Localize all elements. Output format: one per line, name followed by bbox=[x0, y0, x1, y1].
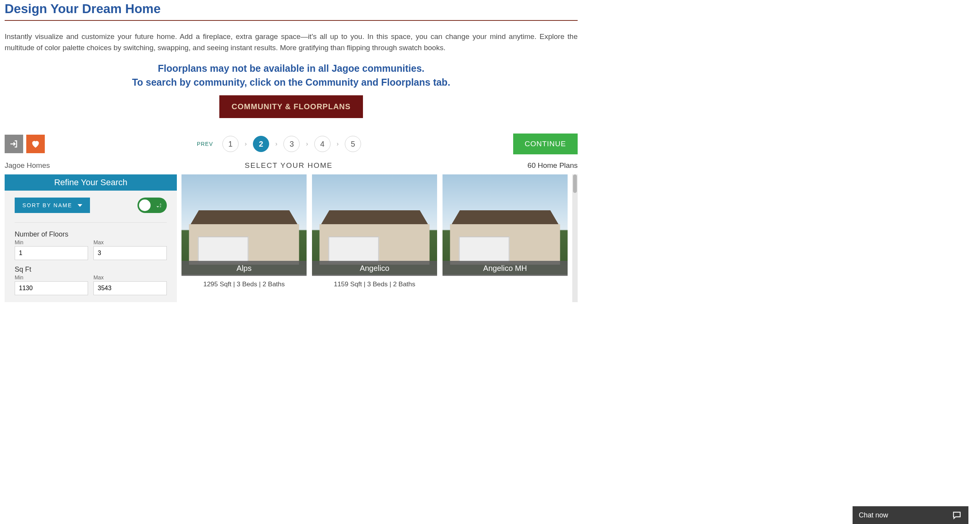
floorplan-meta: 1159 Sqft | 3 Beds | 2 Baths bbox=[312, 281, 437, 288]
prev-label[interactable]: PREV bbox=[197, 141, 213, 147]
max-label: Max bbox=[93, 239, 167, 245]
favorites-button[interactable] bbox=[26, 135, 45, 153]
floorplan-image bbox=[181, 174, 307, 275]
svg-text:A: A bbox=[160, 203, 161, 205]
floorplan-name: Angelico MH bbox=[443, 261, 568, 276]
scroll-thumb[interactable] bbox=[573, 174, 577, 193]
divider bbox=[15, 222, 167, 223]
floorplan-card[interactable]: Alps 1295 Sqft | 3 Beds | 2 Baths bbox=[181, 174, 307, 288]
floors-min-input[interactable] bbox=[15, 246, 88, 260]
max-label: Max bbox=[93, 274, 167, 281]
sqft-max-input[interactable] bbox=[93, 281, 167, 295]
chevron-right-icon: › bbox=[275, 140, 277, 147]
min-label: Min bbox=[15, 239, 88, 245]
refine-header: Refine Your Search bbox=[5, 174, 177, 191]
svg-text:Z: Z bbox=[160, 206, 161, 208]
community-floorplans-button[interactable]: COMMUNITY & FLOORPLANS bbox=[219, 95, 363, 118]
floorplan-image bbox=[443, 174, 568, 275]
floorplan-name: Angelico bbox=[312, 261, 437, 276]
sort-by-name-button[interactable]: SORT BY NAME bbox=[15, 198, 90, 213]
plan-count: 60 Home Plans bbox=[527, 161, 578, 170]
floorplan-meta: 1295 Sqft | 3 Beds | 2 Baths bbox=[181, 281, 307, 288]
subhead-line-2: To search by community, click on the Com… bbox=[5, 75, 578, 89]
sqft-label: Sq Ft bbox=[15, 265, 167, 274]
sort-direction-toggle[interactable]: AZ bbox=[137, 198, 167, 213]
step-1[interactable]: 1 bbox=[222, 136, 239, 152]
step-2[interactable]: 2 bbox=[253, 136, 269, 152]
builder-name: Jagoe Homes bbox=[5, 161, 50, 170]
scrollbar[interactable] bbox=[572, 174, 578, 302]
step-label: SELECT YOUR HOME bbox=[245, 161, 333, 170]
intro-text: Instantly visualize and customize your f… bbox=[5, 31, 578, 54]
page-title: Design Your Dream Home bbox=[5, 2, 578, 16]
sort-label: SORT BY NAME bbox=[22, 202, 72, 208]
login-icon bbox=[9, 139, 19, 149]
min-label: Min bbox=[15, 274, 88, 281]
chevron-right-icon: › bbox=[306, 140, 308, 147]
step-5[interactable]: 5 bbox=[345, 136, 361, 152]
subhead-line-1: Floorplans may not be available in all J… bbox=[5, 61, 578, 75]
sqft-min-input[interactable] bbox=[15, 281, 88, 295]
floorplan-name: Alps bbox=[181, 261, 307, 276]
step-3[interactable]: 3 bbox=[283, 136, 300, 152]
floors-label: Number of Floors bbox=[15, 230, 167, 238]
continue-button[interactable]: CONTINUE bbox=[513, 134, 578, 154]
floors-max-input[interactable] bbox=[93, 246, 167, 260]
chevron-right-icon: › bbox=[337, 140, 339, 147]
step-4[interactable]: 4 bbox=[314, 136, 331, 152]
floorplan-image bbox=[312, 174, 437, 275]
chevron-right-icon: › bbox=[245, 140, 247, 147]
toggle-knob bbox=[139, 199, 151, 211]
floorplan-card[interactable]: Angelico 1159 Sqft | 3 Beds | 2 Baths bbox=[312, 174, 437, 288]
title-rule bbox=[5, 20, 578, 21]
heart-icon bbox=[31, 139, 41, 149]
login-button[interactable] bbox=[5, 135, 23, 153]
floorplan-card[interactable]: Angelico MH bbox=[443, 174, 568, 288]
filter-sidebar: Refine Your Search SORT BY NAME AZ N bbox=[5, 174, 177, 302]
step-navigator: PREV 1 › 2 › 3 › 4 › 5 bbox=[197, 136, 361, 152]
sort-az-icon: AZ bbox=[156, 202, 163, 209]
caret-down-icon bbox=[78, 204, 82, 207]
